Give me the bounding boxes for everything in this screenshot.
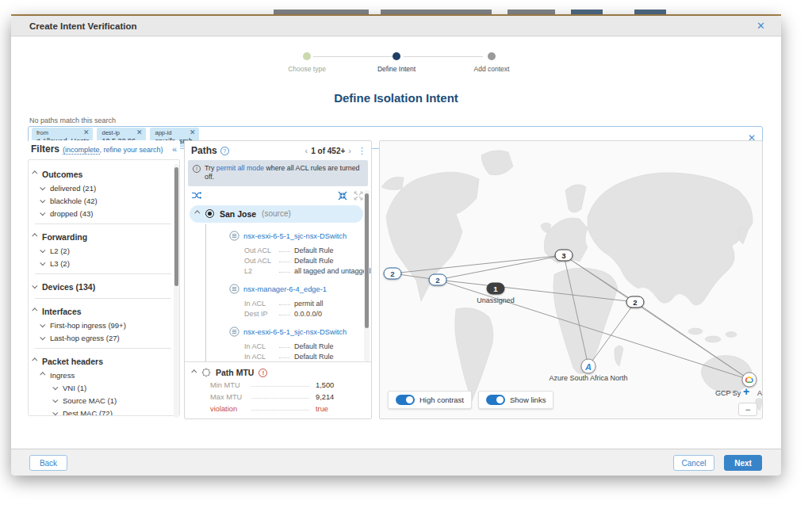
map-node-caption: Unassigned: [477, 296, 515, 304]
chip-key: app-id: [155, 129, 171, 136]
path-mtu-header[interactable]: Path MTU !: [193, 368, 362, 377]
map-zoom-out-button[interactable]: −: [738, 403, 757, 416]
dotted-leader: [279, 304, 290, 305]
filter-item[interactable]: L3 (2): [33, 257, 171, 269]
gcp-node-label: GCP Sy: [715, 389, 741, 397]
device-name: nsx-esxi-6-5-1_sjc-nsx-DSwitch: [243, 328, 347, 336]
detail-value: Default Rule: [294, 353, 334, 361]
paths-scrollbar[interactable]: [364, 190, 370, 361]
map-link: [393, 255, 564, 273]
detail-value: Default Rule: [294, 257, 334, 265]
step-dot-choose-type[interactable]: [303, 52, 311, 60]
filters-panel: Filters (incomplete, refine your search)…: [28, 140, 180, 419]
source-node-suffix: (source): [262, 209, 291, 218]
map-link: [588, 302, 635, 366]
filter-section[interactable]: Devices (134): [33, 279, 171, 294]
swap-endpoints-icon[interactable]: [191, 191, 202, 200]
filters-header: Filters (incomplete, refine your search)…: [28, 140, 180, 159]
dotted-leader: [251, 410, 309, 411]
map-node-us-west[interactable]: 2: [384, 268, 402, 280]
collapse-panel-icon[interactable]: «: [172, 144, 177, 154]
map-node-middle-east[interactable]: 2: [626, 296, 645, 308]
mtu-icon: [201, 368, 211, 377]
filters-scrollbar[interactable]: [174, 164, 179, 418]
map-node-europe[interactable]: 3: [555, 250, 573, 262]
step-dot-add-context[interactable]: [488, 52, 496, 60]
path-hops-list: San Jose (source) nsx-esxi-6-5-1_sjc-nsx…: [185, 204, 371, 362]
filter-item[interactable]: delivered (21): [33, 181, 171, 194]
chevron-up-icon: [32, 233, 37, 239]
hop-device-link[interactable]: nsx-esxi-6-5-1_sjc-nsx-DSwitch: [229, 327, 363, 338]
next-path-icon[interactable]: ›: [348, 146, 351, 155]
toggle-switch[interactable]: [396, 395, 415, 405]
filter-item[interactable]: L2 (2): [33, 244, 171, 257]
filters-divider: [35, 273, 171, 274]
device-icon: [229, 327, 239, 338]
detail-label: In ACL: [244, 353, 279, 361]
filters-divider: [35, 298, 171, 299]
paths-menu-icon[interactable]: ⋮: [358, 146, 366, 156]
hop-device-link[interactable]: nsx-esxi-6-5-1_sjc-nsx-DSwitch: [229, 231, 363, 243]
cancel-button[interactable]: Cancel: [673, 455, 714, 471]
hops-container: nsx-esxi-6-5-1_sjc-nsx-DSwitchOut ACLDef…: [229, 231, 363, 362]
filter-item[interactable]: Last-hop egress (27): [33, 331, 171, 344]
dialog-footer: Back Cancel Next: [11, 449, 781, 476]
detail-value: permit all: [294, 300, 324, 308]
chip-remove-icon[interactable]: ✕: [83, 129, 90, 136]
map-node-azure[interactable]: A: [581, 359, 596, 374]
filter-section[interactable]: Forwarding: [33, 229, 171, 244]
filter-label: First-hop ingress (99+): [50, 321, 126, 330]
filters-subtitle-rest: , refine your search): [100, 146, 163, 154]
map-node-us-east[interactable]: 2: [429, 274, 447, 286]
mtu-label: Min MTU: [210, 381, 251, 389]
chip-remove-icon[interactable]: ✕: [136, 129, 143, 136]
filter-item[interactable]: blackhole (42): [33, 194, 171, 207]
world-map-panel[interactable]: 2231Unassigned2AAzure South Africa North…: [379, 140, 763, 419]
back-button[interactable]: Back: [29, 455, 67, 471]
chevron-down-icon: [52, 410, 58, 415]
chevron-down-icon: [52, 397, 58, 403]
paths-panel: Paths ? ‹ 1 of 452+ › ⋮ i Try permit all…: [184, 140, 372, 419]
help-icon[interactable]: ?: [220, 147, 229, 155]
toggle-switch[interactable]: [486, 395, 505, 405]
source-node-row[interactable]: San Jose (source): [190, 205, 363, 223]
filter-item[interactable]: Ingress: [33, 369, 171, 381]
expand-all-icon[interactable]: [354, 191, 363, 201]
filter-item[interactable]: First-hop ingress (99+): [33, 319, 171, 331]
dialog-titlebar: Create Intent Verification ✕: [11, 16, 781, 36]
map-node-unassigned[interactable]: 1: [487, 283, 505, 295]
chevron-down-icon: [40, 322, 45, 327]
prev-path-icon[interactable]: ‹: [305, 146, 308, 155]
map-zoom-in-button[interactable]: +: [743, 385, 749, 398]
dotted-leader: [279, 315, 290, 315]
collapse-all-icon[interactable]: [338, 191, 347, 201]
detail-label: Dest IP: [244, 310, 279, 318]
chevron-down-icon: [40, 197, 45, 203]
paths-pagination: ‹ 1 of 452+ › ⋮: [305, 146, 366, 156]
chevron-down-icon: [40, 185, 45, 190]
filters-scrollbar-thumb[interactable]: [174, 167, 178, 286]
permit-all-mode-link[interactable]: permit all mode: [216, 164, 264, 172]
paths-scrollbar-thumb[interactable]: [365, 193, 369, 328]
device-name: nsx-esxi-6-5-1_sjc-nsx-DSwitch: [243, 232, 347, 240]
filter-section[interactable]: Packet headers: [33, 353, 171, 369]
paths-toolbar: [185, 186, 371, 204]
filter-item[interactable]: VNI (1): [33, 381, 171, 394]
dialog-title: Create Intent Verification: [29, 21, 756, 31]
hop-detail-row: L2all tagged and untagged: [244, 265, 363, 275]
next-button[interactable]: Next: [724, 455, 762, 471]
toggle-show-links[interactable]: Show links: [478, 391, 553, 409]
filter-section[interactable]: Outcomes: [33, 166, 171, 181]
filter-section[interactable]: Interfaces: [33, 304, 171, 319]
toggle-high-contrast[interactable]: High contrast: [388, 391, 472, 409]
incomplete-link[interactable]: (incomplete: [63, 146, 100, 155]
detail-label: In ACL: [244, 300, 279, 308]
filter-item[interactable]: Dest MAC (72): [33, 407, 171, 416]
chip-remove-icon[interactable]: ✕: [190, 129, 196, 136]
dialog-close-icon[interactable]: ✕: [756, 20, 765, 32]
detail-label: In ACL: [244, 342, 279, 350]
filter-item[interactable]: dropped (43): [33, 207, 171, 220]
hop-device-link[interactable]: nsx-manager-6-4_edge-1: [229, 284, 363, 296]
filter-item[interactable]: Source MAC (1): [33, 394, 171, 407]
step-dot-define-intent[interactable]: [393, 52, 400, 60]
